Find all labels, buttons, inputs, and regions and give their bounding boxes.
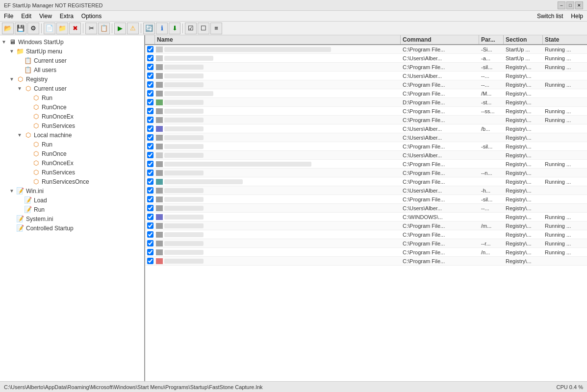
tree-reg-lm-runonceex[interactable]: ⬡ RunOnceEx (0, 158, 144, 168)
table-row[interactable]: C:\Program File... -sil... Registry\... (145, 195, 587, 204)
tree-reg-cu-runonce[interactable]: ⬡ RunOnce (0, 102, 144, 112)
tree-reg-cu-run[interactable]: ⬡ Run (0, 93, 144, 102)
row-checkbox-7[interactable] (145, 108, 155, 114)
table-row[interactable]: C:\Users\Alber... Registry\... (145, 133, 587, 142)
row-checkbox-1[interactable] (145, 55, 155, 61)
tb-uncheck-button[interactable]: ☐ (198, 23, 209, 34)
minimize-button[interactable]: – (558, 1, 565, 9)
tb-check-button[interactable]: ☑ (185, 23, 197, 34)
table-row[interactable]: C:\Users\Alber... Registry\... (145, 151, 587, 160)
tb-cut-button[interactable]: ✂ (85, 23, 97, 34)
row-checkbox-2[interactable] (145, 64, 155, 70)
tb-open-button[interactable]: 📂 (2, 23, 14, 34)
tree-controlled-startup[interactable]: 📝 Controlled Startup (0, 223, 144, 233)
table-row[interactable]: C:\Program File... Registry\... Running … (145, 230, 587, 239)
row-checkbox-23[interactable] (145, 249, 155, 255)
col-params[interactable]: Par... (479, 35, 504, 44)
maximize-button[interactable]: □ (566, 1, 574, 9)
table-row[interactable]: C:\Program File... /n... Registry\... Ru… (145, 248, 587, 257)
row-checkbox-0[interactable] (145, 46, 155, 52)
row-checkbox-9[interactable] (145, 125, 155, 132)
tb-refresh-button[interactable]: 🔄 (143, 23, 155, 34)
row-checkbox-11[interactable] (145, 143, 155, 149)
tree-sysini[interactable]: 📝 System.ini (0, 214, 144, 223)
tree-reg-lm-runservicesonce[interactable]: ⬡ RunServicesOnce (0, 177, 144, 186)
table-row[interactable]: D:\Program File... -st... Registry\... (145, 98, 587, 107)
tree-reg-cu-runservices[interactable]: ⬡ RunServices (0, 121, 144, 130)
table-row[interactable]: C:\Users\Alber... /b... Registry\... (145, 124, 587, 133)
tree-reg-lm-runonce[interactable]: ⬡ RunOnce (0, 149, 144, 158)
tb-enable-button[interactable]: ▶ (114, 23, 126, 34)
row-checkbox-16[interactable] (145, 187, 155, 194)
tree-reg-lm-run[interactable]: ⬡ Run (0, 140, 144, 149)
col-name[interactable]: Name (155, 35, 401, 44)
table-row[interactable]: C:\Program File... Registry\... Running … (145, 160, 587, 169)
row-checkbox-21[interactable] (145, 231, 155, 238)
table-row[interactable]: C:\Users\Alber... -a... StartUp ... Runn… (145, 54, 587, 63)
tree-reg-cu-runonceex[interactable]: ⬡ RunOnceEx (0, 112, 144, 121)
table-row[interactable]: C:\Users\Alber... --... Registry\... (145, 72, 587, 80)
table-row[interactable]: C:\Program File... /m... Registry\... Ru… (145, 221, 587, 230)
col-state[interactable]: State (543, 35, 587, 44)
row-checkbox-24[interactable] (145, 258, 155, 264)
row-checkbox-15[interactable] (145, 178, 155, 185)
table-row[interactable]: C:\Program File... Registry\... Running … (145, 177, 587, 186)
row-checkbox-14[interactable] (145, 170, 155, 176)
table-row[interactable]: C:\Program File... --... Registry\... Ru… (145, 80, 587, 89)
menu-edit[interactable]: Edit (17, 12, 35, 21)
row-checkbox-5[interactable] (145, 90, 155, 97)
table-row[interactable]: C:\Program File... -sil... Registry\... … (145, 63, 587, 72)
tree-current-user-startup[interactable]: 📋 Current user (0, 56, 144, 65)
tb-folder-button[interactable]: 📁 (56, 23, 68, 34)
table-row[interactable]: C:\WINDOWS\... Registry\... Running ... (145, 213, 587, 221)
tree-reg-lm[interactable]: ▼ ⬡ Local machine (0, 130, 144, 140)
table-row[interactable]: C:\Users\Alber... --... Registry\... (145, 204, 587, 213)
row-checkbox-10[interactable] (145, 134, 155, 141)
table-row[interactable]: C:\Program File... /M... Registry\... (145, 89, 587, 98)
menu-help[interactable]: Help (567, 12, 587, 21)
row-checkbox-22[interactable] (145, 240, 155, 246)
row-checkbox-13[interactable] (145, 161, 155, 167)
table-row[interactable]: C:\Program File... Registry\... (145, 257, 587, 266)
menu-extra[interactable]: Extra (56, 12, 77, 21)
menu-options[interactable]: Options (77, 12, 105, 21)
tb-new-button[interactable]: 📄 (44, 23, 55, 34)
row-checkbox-6[interactable] (145, 99, 155, 105)
row-checkbox-12[interactable] (145, 152, 155, 158)
tb-save-button[interactable]: 💾 (15, 23, 26, 34)
table-row[interactable]: C:\Program File... -sil... Registry\... (145, 142, 587, 151)
tb-info-button[interactable]: ℹ (156, 23, 168, 34)
row-checkbox-3[interactable] (145, 73, 155, 79)
tree-winini-run[interactable]: 📝 Run (0, 205, 144, 214)
tree-winini[interactable]: ▼ 📝 Win.ini (0, 186, 144, 196)
menu-view[interactable]: View (35, 12, 56, 21)
tb-list-button[interactable]: ≡ (210, 23, 222, 34)
tb-download-button[interactable]: ⬇ (169, 23, 180, 34)
tree-root-item[interactable]: ▼ 🖥 Windows StartUp (0, 37, 144, 47)
row-checkbox-18[interactable] (145, 205, 155, 211)
tree-reg-lm-runservices[interactable]: ⬡ RunServices (0, 168, 144, 177)
close-button[interactable]: ✕ (575, 1, 583, 9)
tb-delete-button[interactable]: ✖ (69, 23, 81, 34)
tree-reg-cu[interactable]: ▼ ⬡ Current user (0, 84, 144, 93)
table-row[interactable]: C:\Program File... -Si... StartUp ... Ru… (145, 45, 587, 54)
table-row[interactable]: C:\Program File... Registry\... Running … (145, 116, 587, 124)
row-checkbox-19[interactable] (145, 214, 155, 220)
row-checkbox-8[interactable] (145, 117, 155, 123)
row-checkbox-20[interactable] (145, 222, 155, 229)
tree-all-users-startup[interactable]: 📋 All users (0, 65, 144, 74)
tb-copy-button[interactable]: 📋 (98, 23, 110, 34)
table-row[interactable]: C:\Program File... --r... Registry\... R… (145, 239, 587, 248)
col-section[interactable]: Section (504, 35, 543, 44)
table-row[interactable]: C:\Program File... --ss... Registry\... … (145, 107, 587, 116)
menu-file[interactable]: File (0, 12, 17, 21)
tree-winini-load[interactable]: 📝 Load (0, 196, 144, 205)
tree-registry[interactable]: ▼ ⬡ Registry (0, 74, 144, 84)
tree-startup-menu[interactable]: ▼ 📁 StartUp menu (0, 47, 144, 56)
tb-settings-button[interactable]: ⚙ (27, 23, 39, 34)
menu-switch-list[interactable]: Switch list (533, 12, 567, 21)
table-row[interactable]: C:\Program File... --n... Registry\... (145, 169, 587, 177)
row-checkbox-17[interactable] (145, 196, 155, 202)
col-command[interactable]: Command (401, 35, 479, 44)
row-checkbox-4[interactable] (145, 81, 155, 88)
